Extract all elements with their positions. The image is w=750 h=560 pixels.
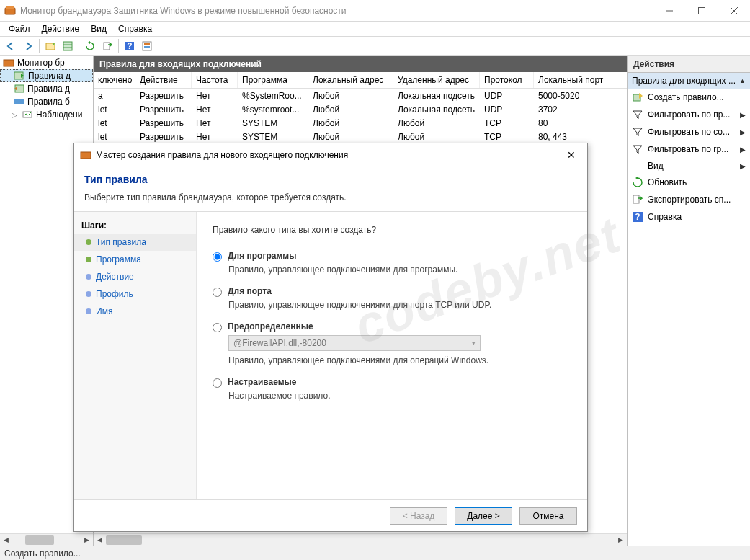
- tree-item-outbound[interactable]: Правила д: [0, 82, 93, 95]
- svg-rect-20: [19, 99, 24, 104]
- table-cell: let: [94, 105, 135, 115]
- table-cell: Любой: [308, 118, 393, 128]
- col-protocol[interactable]: Протокол: [480, 72, 534, 88]
- menu-help[interactable]: Справка: [112, 22, 158, 35]
- radio-custom[interactable]: Настраиваемые: [213, 377, 571, 388]
- table-cell: 5000-5020: [534, 91, 620, 101]
- step-rule-type[interactable]: Тип правила: [74, 234, 196, 251]
- col-program[interactable]: Программа: [238, 72, 308, 88]
- radio-program-label: Для программы: [228, 251, 296, 261]
- svg-rect-15: [144, 46, 150, 48]
- actions-subheader[interactable]: Правила для входящих ... ▲: [628, 73, 750, 89]
- action-new-rule[interactable]: Создать правило...: [628, 89, 750, 106]
- refresh-icon: [632, 177, 643, 188]
- view-button[interactable]: [60, 38, 76, 54]
- export-button[interactable]: [99, 38, 115, 54]
- radio-program-input[interactable]: [213, 252, 222, 262]
- dialog-close-button[interactable]: ✕: [561, 146, 581, 164]
- tree-root-label: Монитор бр: [17, 58, 65, 68]
- actions-header: Действия: [628, 56, 750, 73]
- table-cell: Любой: [308, 105, 393, 115]
- step-program[interactable]: Программа: [74, 251, 196, 268]
- tree-item-label: Правила д: [27, 84, 70, 94]
- col-local-port[interactable]: Локальный порт: [534, 72, 620, 88]
- help-icon: ?: [632, 211, 643, 223]
- step-name[interactable]: Имя: [74, 303, 196, 320]
- inbound-rules-icon: [14, 70, 25, 81]
- nav-back-button[interactable]: [3, 38, 19, 54]
- radio-port-input[interactable]: [213, 288, 222, 297]
- tree-item-label: Наблюдени: [36, 110, 82, 120]
- svg-rect-3: [698, 7, 705, 14]
- action-refresh[interactable]: Обновить: [628, 174, 750, 191]
- tree-expand-icon[interactable]: ▷: [12, 111, 19, 119]
- monitoring-icon: [22, 109, 33, 120]
- nav-forward-button[interactable]: [20, 38, 36, 54]
- wizard-question: Правило какого типа вы хотите создать?: [213, 225, 571, 235]
- table-cell: Разрешить: [135, 105, 192, 115]
- table-row[interactable]: letРазрешитьНетSYSTEMЛюбойЛюбойTCP80: [94, 116, 627, 130]
- action-filter-state[interactable]: Фильтровать по со... ▶: [628, 123, 750, 141]
- table-cell: SYSTEM: [238, 118, 308, 128]
- center-horizontal-scrollbar[interactable]: ◀▶: [94, 533, 627, 546]
- table-row[interactable]: letРазрешитьНет%systemroot...ЛюбойЛокаль…: [94, 102, 627, 116]
- rule-rows: аРазрешитьНет%SystemRoo...ЛюбойЛокальная…: [94, 89, 627, 143]
- dialog-heading: Тип правила: [84, 174, 577, 185]
- tree-item-monitoring[interactable]: ▷ Наблюдени: [0, 108, 93, 121]
- radio-program[interactable]: Для программы: [213, 251, 571, 262]
- back-button[interactable]: < Назад: [390, 507, 447, 525]
- action-button[interactable]: [43, 38, 58, 54]
- menu-view[interactable]: Вид: [85, 22, 112, 35]
- table-cell: Разрешить: [135, 91, 192, 101]
- col-local-addr[interactable]: Локальный адрес: [308, 72, 393, 88]
- action-help[interactable]: ? Справка: [628, 208, 750, 226]
- col-override[interactable]: Частота: [192, 72, 238, 88]
- action-label: Обновить: [648, 177, 687, 187]
- col-remote-addr[interactable]: Удаленный адрес: [393, 72, 480, 88]
- table-cell: let: [94, 118, 135, 128]
- minimize-button[interactable]: [653, 0, 685, 21]
- refresh-button[interactable]: [82, 38, 98, 54]
- menu-action[interactable]: Действие: [36, 22, 86, 35]
- menu-bar: Файл Действие Вид Справка: [0, 22, 750, 36]
- table-cell: TCP: [480, 118, 534, 128]
- action-export[interactable]: Экспортировать сп...: [628, 191, 750, 208]
- action-label: Фильтровать по гр...: [648, 144, 728, 154]
- maximize-button[interactable]: [685, 0, 718, 21]
- cancel-button[interactable]: Отмена: [519, 507, 577, 525]
- tree-root[interactable]: Монитор бр: [0, 56, 93, 69]
- table-cell: TCP: [480, 132, 534, 142]
- window-buttons: [653, 0, 750, 21]
- step-label: Имя: [96, 306, 112, 316]
- dialog-titlebar: Мастер создания правила для нового входя…: [74, 143, 587, 166]
- toolbar: ?: [0, 36, 750, 56]
- radio-custom-input[interactable]: [213, 378, 222, 388]
- next-button[interactable]: Далее >: [455, 507, 512, 525]
- col-action[interactable]: Действие: [135, 72, 192, 88]
- table-row[interactable]: letРазрешитьНетSYSTEMЛюбойЛюбойTCP80, 44…: [94, 130, 627, 143]
- col-enabled[interactable]: ключено: [94, 72, 135, 88]
- firewall-icon: [80, 149, 91, 161]
- dialog-header: Тип правила Выберите тип правила брандма…: [74, 166, 587, 211]
- dialog-buttons: < Назад Далее > Отмена: [74, 499, 587, 531]
- action-view[interactable]: Вид ▶: [628, 158, 750, 174]
- dialog-subtitle: Выберите тип правила брандмауэра, которо…: [84, 192, 577, 203]
- action-filter-group[interactable]: Фильтровать по гр... ▶: [628, 141, 750, 158]
- step-bullet-icon: [86, 291, 91, 297]
- tree-item-conn-security[interactable]: Правила б: [0, 95, 93, 108]
- close-button[interactable]: [718, 0, 750, 21]
- table-row[interactable]: аРазрешитьНет%SystemRoo...ЛюбойЛокальная…: [94, 89, 627, 102]
- tree-item-inbound[interactable]: Правила д: [0, 69, 93, 82]
- collapse-icon[interactable]: ▲: [739, 77, 746, 84]
- radio-port[interactable]: Для порта: [213, 286, 571, 297]
- menu-file[interactable]: Файл: [3, 22, 36, 35]
- tree-horizontal-scrollbar[interactable]: ◀▶: [0, 533, 93, 546]
- step-profile[interactable]: Профиль: [74, 285, 196, 303]
- properties-button[interactable]: [139, 38, 155, 54]
- action-filter-profile[interactable]: Фильтровать по пр... ▶: [628, 106, 750, 123]
- help-button[interactable]: ?: [122, 38, 138, 54]
- radio-predefined-input[interactable]: [213, 323, 222, 332]
- radio-predefined[interactable]: Предопределенные: [213, 321, 571, 332]
- outbound-rules-icon: [13, 83, 24, 94]
- step-action[interactable]: Действие: [74, 268, 196, 285]
